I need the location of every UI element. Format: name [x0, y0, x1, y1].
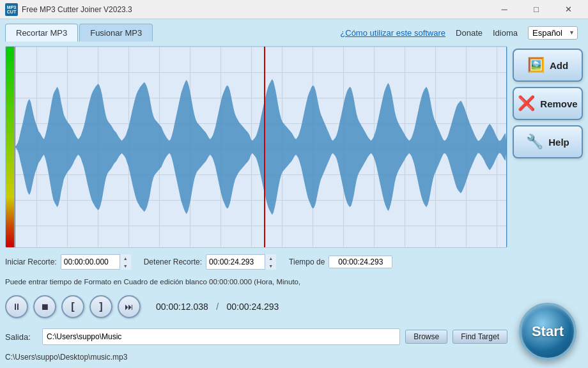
help-icon: 🔧	[526, 134, 543, 150]
current-time-display: 00:00:12.038 / 00:00:24.293	[156, 302, 279, 312]
playback-row: ⏸ ⏹ [ ] ⏭ 00:00:12.038 / 00:00:24.293	[5, 291, 507, 322]
tiempo-de-label: Tiempo de	[289, 257, 325, 266]
donate-link[interactable]: Donate	[456, 28, 483, 38]
find-target-button[interactable]: Find Target	[453, 330, 507, 344]
maximize-button[interactable]: □	[522, 0, 551, 19]
idioma-label: Idioma	[493, 28, 518, 38]
stop-spinner-down[interactable]: ▼	[265, 262, 276, 270]
right-panel: 🖼️ Add ❌ Remove 🔧 Help Start	[513, 46, 583, 363]
stop-spinner-up[interactable]: ▲	[265, 254, 276, 262]
language-select[interactable]: Español English Français Deutsch 中文	[528, 26, 578, 40]
waveform-panel: Iniciar Recorte: ▲ ▼ Detener Recorte:	[5, 46, 507, 363]
pause-button[interactable]: ⏸	[5, 295, 28, 318]
end-mark-button[interactable]: ]	[89, 295, 112, 318]
navbar: Recortar MP3 Fusionar MP3 ¿Cómo utilizar…	[0, 19, 588, 43]
nav-links: ¿Cómo utilizar este software Donate Idio…	[340, 26, 583, 40]
add-icon: 🖼️	[527, 57, 545, 73]
output-row: Salida: Browse Find Target	[5, 326, 507, 348]
file-path: C:\Users\suppo\Desktop\music.mp3	[5, 351, 507, 363]
playhead[interactable]	[264, 47, 265, 247]
stop-button[interactable]: ⏹	[33, 295, 56, 318]
remove-button[interactable]: ❌ Remove	[513, 87, 583, 120]
start-button-wrapper: Start	[513, 300, 583, 363]
app-title: Free MP3 Cutter Joiner V2023.3	[22, 5, 490, 14]
help-label: Help	[548, 137, 569, 148]
window-controls: ─ □ ✕	[490, 0, 583, 19]
start-label: Start	[532, 323, 564, 340]
play-next-button[interactable]: ⏭	[118, 295, 141, 318]
info-text: Puede entrar tiempo de Formato en Cuadro…	[5, 276, 507, 288]
tiempo-value: 00:00:24.293	[329, 256, 392, 268]
stop-spinner: ▲ ▼	[265, 254, 276, 270]
start-spinner: ▲ ▼	[120, 254, 131, 270]
language-wrapper[interactable]: Español English Français Deutsch 中文	[528, 26, 578, 40]
add-button[interactable]: 🖼️ Add	[513, 49, 583, 82]
waveform-container[interactable]	[5, 46, 507, 248]
start-time-wrapper: ▲ ▼	[61, 254, 131, 270]
time-separator: /	[216, 302, 219, 312]
app-icon: MP3CUT	[5, 3, 18, 16]
start-label: Iniciar Recorte:	[5, 257, 57, 266]
tab-fusionar[interactable]: Fusionar MP3	[79, 24, 153, 42]
content-area: Iniciar Recorte: ▲ ▼ Detener Recorte:	[0, 43, 588, 368]
total-time: 00:00:24.293	[227, 302, 279, 312]
minimize-button[interactable]: ─	[490, 0, 519, 19]
stop-time-group: Detener Recorte: ▲ ▼	[144, 254, 276, 270]
titlebar: MP3CUT Free MP3 Cutter Joiner V2023.3 ─ …	[0, 0, 588, 19]
tab-recortar[interactable]: Recortar MP3	[5, 24, 78, 42]
help-button[interactable]: 🔧 Help	[513, 125, 583, 158]
stop-label: Detener Recorte:	[144, 257, 202, 266]
start-button[interactable]: Start	[519, 303, 576, 360]
current-time: 00:00:12.038	[156, 302, 208, 312]
remove-icon: ❌	[518, 95, 535, 112]
remove-label: Remove	[540, 98, 577, 109]
start-time-group: Iniciar Recorte: ▲ ▼	[5, 254, 131, 270]
browse-button[interactable]: Browse	[405, 330, 447, 344]
start-spinner-down[interactable]: ▼	[120, 262, 131, 270]
main-container: Recortar MP3 Fusionar MP3 ¿Cómo utilizar…	[0, 19, 588, 368]
start-mark-button[interactable]: [	[61, 295, 84, 318]
stop-time-wrapper: ▲ ▼	[206, 254, 276, 270]
start-spinner-up[interactable]: ▲	[120, 254, 131, 262]
output-path-input[interactable]	[42, 328, 400, 345]
tiempo-de-group: Tiempo de 00:00:24.293	[289, 256, 392, 268]
output-label: Salida:	[5, 332, 37, 342]
close-button[interactable]: ✕	[553, 0, 583, 19]
waveform-svg	[6, 47, 507, 247]
time-controls-row: Iniciar Recorte: ▲ ▼ Detener Recorte:	[5, 252, 507, 272]
how-to-link[interactable]: ¿Cómo utilizar este software	[340, 28, 445, 38]
add-label: Add	[550, 60, 568, 71]
